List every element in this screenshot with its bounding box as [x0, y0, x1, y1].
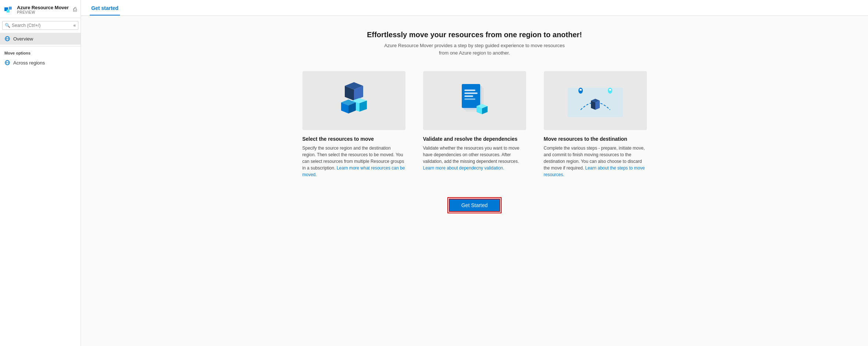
search-input[interactable]: [12, 23, 72, 28]
card-select-image: [302, 71, 405, 130]
card-validate: Validate and resolve the dependencies Va…: [423, 71, 526, 178]
card-validate-link[interactable]: Learn more about dependecny validation.: [423, 165, 504, 171]
main-content: Get started Effortlessly move your resou…: [81, 0, 868, 346]
map-icon: [566, 80, 625, 121]
get-started-button[interactable]: Get Started: [449, 199, 500, 212]
hero-title: Effortlessly move your resources from on…: [367, 31, 582, 39]
card-select-desc: Specify the source region and the destin…: [302, 145, 405, 178]
sidebar-item-across-regions[interactable]: Across regions: [0, 57, 81, 69]
card-validate-image: [423, 71, 526, 130]
search-icon: 🔍: [5, 23, 10, 28]
sidebar-item-overview-label: Overview: [13, 36, 33, 42]
app-icon: [4, 4, 14, 15]
content-area: Effortlessly move your resources from on…: [81, 16, 868, 346]
hero-subtitle: Azure Resource Mover provides a step by …: [379, 42, 570, 56]
tab-bar: Get started: [81, 0, 868, 16]
sidebar-item-overview[interactable]: Overview: [0, 33, 81, 45]
print-icon[interactable]: ⎙: [73, 6, 77, 13]
get-started-wrapper: Get Started: [449, 199, 500, 212]
app-title-block: Azure Resource Mover PREVIEW: [17, 5, 69, 15]
collapse-button[interactable]: «: [73, 23, 76, 28]
card-validate-title: Validate and resolve the dependencies: [423, 136, 526, 142]
sidebar: Azure Resource Mover PREVIEW ⎙ 🔍 « Overv…: [0, 0, 81, 346]
sidebar-item-across-regions-label: Across regions: [13, 60, 45, 66]
cards-row: Select the resources to move Specify the…: [302, 71, 647, 178]
sidebar-nav: Overview Move options Across regions: [0, 33, 81, 69]
search-bar[interactable]: 🔍 «: [2, 21, 78, 30]
app-name: Azure Resource Mover: [17, 5, 69, 11]
tab-get-started[interactable]: Get started: [90, 0, 120, 15]
card-move-title: Move resources to the destination: [544, 136, 647, 142]
card-select: Select the resources to move Specify the…: [302, 71, 405, 178]
across-regions-icon: [4, 60, 10, 66]
svg-rect-2: [9, 7, 12, 10]
card-validate-desc: Validate whether the resources you want …: [423, 145, 526, 171]
card-move-image: [544, 71, 647, 130]
app-header: Azure Resource Mover PREVIEW ⎙: [0, 0, 81, 18]
app-subtitle: PREVIEW: [17, 10, 69, 14]
card-select-title: Select the resources to move: [302, 136, 405, 142]
docs-icon: [456, 80, 493, 121]
svg-rect-23: [464, 95, 473, 97]
svg-rect-22: [464, 92, 478, 94]
svg-rect-24: [464, 98, 475, 100]
cubes-icon: [332, 80, 376, 121]
card-move: Move resources to the destination Comple…: [544, 71, 647, 178]
overview-icon: [4, 36, 10, 42]
svg-rect-21: [464, 90, 475, 91]
move-options-section-label: Move options: [0, 46, 81, 57]
card-move-desc: Complete the various steps - prepare, in…: [544, 145, 647, 178]
svg-rect-1: [7, 10, 10, 13]
